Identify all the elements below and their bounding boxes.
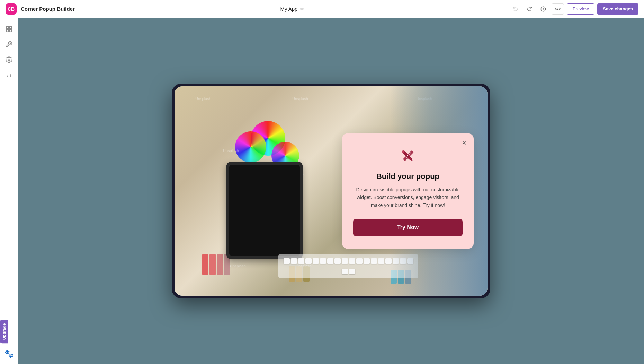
watermark-2: Unsplash <box>292 97 308 101</box>
popup-close-button[interactable]: ✕ <box>459 138 469 148</box>
color-wheel-3 <box>235 131 266 163</box>
color-swatches-row <box>202 254 230 275</box>
code-button[interactable]: </> <box>552 3 564 15</box>
desk-tablet-screen <box>229 165 300 256</box>
watermark-4: Unsplash <box>223 149 239 153</box>
sidebar-bottom-icon: 🐾 <box>4 349 14 358</box>
desk-tablet <box>226 162 303 259</box>
svg-rect-4 <box>9 30 11 32</box>
device-frame: Unsplash Unsplash Unsplash Unsplash Unsp… <box>172 84 490 298</box>
topbar-center: My App ✏ <box>280 6 304 12</box>
sidebar-item-grid[interactable] <box>2 22 16 36</box>
app-name: Corner Popup Builder <box>21 6 75 12</box>
upgrade-tab[interactable]: Upgrade <box>0 320 8 343</box>
svg-rect-2 <box>9 27 11 29</box>
sidebar-item-settings[interactable] <box>2 53 16 67</box>
watermark-3: Unsplash <box>416 97 432 101</box>
canvas-area: Unsplash Unsplash Unsplash Unsplash Unsp… <box>18 18 644 364</box>
svg-rect-3 <box>6 30 8 32</box>
svg-rect-1 <box>6 27 8 29</box>
history-button[interactable] <box>538 3 549 15</box>
save-changes-button[interactable]: Save changes <box>597 3 638 15</box>
sidebar-item-analytics[interactable] <box>2 68 16 82</box>
popup-description: Design irresistible popups with our cust… <box>353 186 463 209</box>
app-logo: CB <box>6 3 17 15</box>
watermark-6: Unsplash <box>230 264 246 268</box>
topbar: CB Corner Popup Builder My App ✏ </> Pre… <box>0 0 644 18</box>
popup-brand-icon <box>397 146 418 166</box>
main-layout: Upgrade 🐾 <box>0 18 644 364</box>
popup-cta-button[interactable]: Try Now <box>353 219 463 236</box>
svg-point-5 <box>8 59 10 61</box>
watermark-1: Unsplash <box>195 97 211 101</box>
keyboard-sim <box>278 254 418 278</box>
sidebar-item-tools[interactable] <box>2 37 16 51</box>
topbar-left: CB Corner Popup Builder <box>6 3 75 15</box>
project-name: My App <box>280 6 297 12</box>
popup-card: ✕ <box>342 133 474 249</box>
redo-button[interactable] <box>524 3 535 15</box>
popup-icon-container <box>353 146 463 166</box>
popup-title: Build your popup <box>353 172 463 181</box>
undo-button[interactable] <box>510 3 521 15</box>
workspace-background: Unsplash Unsplash Unsplash Unsplash Unsp… <box>175 86 488 296</box>
edit-project-name-icon[interactable]: ✏ <box>300 6 304 12</box>
preview-button[interactable]: Preview <box>567 3 594 15</box>
sidebar: Upgrade 🐾 <box>0 18 18 364</box>
device-screen: Unsplash Unsplash Unsplash Unsplash Unsp… <box>175 86 488 296</box>
topbar-right: </> Preview Save changes <box>510 3 638 15</box>
